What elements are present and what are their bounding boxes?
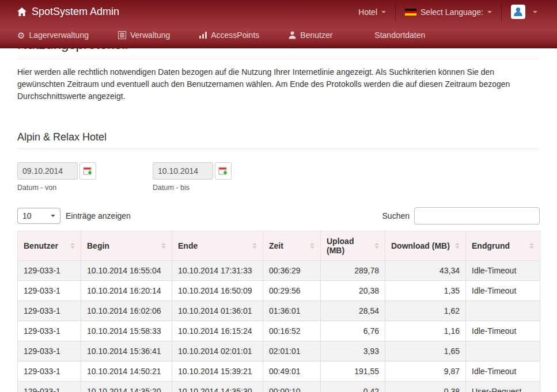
table-cell: 10.10.2014 16:55:04: [81, 261, 172, 281]
chevron-down-icon: [487, 11, 492, 13]
divider: [17, 59, 540, 59]
date-from-label: Datum - von: [17, 184, 96, 192]
german-flag-icon: [405, 9, 416, 16]
table-cell: 289,78: [321, 261, 385, 281]
table-cell: 9,87: [385, 361, 466, 382]
table-cell: 10.10.2014 14:35:30: [172, 382, 263, 392]
page-length-value: 10: [22, 211, 32, 220]
page-length-select[interactable]: 10: [17, 208, 60, 224]
date-from-calendar-button[interactable]: [79, 162, 96, 180]
nav-item-verwaltung[interactable]: Verwaltung: [118, 31, 179, 40]
table-cell: 00:16:52: [263, 321, 321, 341]
column-header-zeit[interactable]: Zeit: [263, 231, 321, 261]
table-cell: 191,55: [321, 361, 385, 382]
user-menu[interactable]: [502, 0, 547, 24]
date-to-calendar-button[interactable]: [215, 162, 232, 180]
nav-item-accesspoints[interactable]: AccessPoints: [199, 31, 268, 40]
table-cell: 0,38: [385, 382, 466, 392]
table-cell: 0,42: [321, 382, 385, 392]
calendar-icon: [83, 166, 93, 176]
table-cell: 10.10.2014 16:15:24: [172, 321, 263, 341]
nav-item-standortdaten[interactable]: Standortdaten: [362, 31, 434, 40]
chevron-down-icon: [93, 34, 97, 36]
nav-item-label: Lagerverwaltung: [29, 31, 89, 40]
table-cell: 6,76: [321, 321, 385, 341]
main-nav: ⚙ Lagerverwaltung Verwaltung AccessPoint…: [0, 24, 557, 47]
chevron-down-icon: [429, 34, 434, 36]
table-header-row: Benutzer Begin Ende Zeit Upload (MB) Dow…: [18, 231, 540, 261]
date-from-input[interactable]: [17, 162, 78, 180]
table-cell: 1,35: [385, 281, 466, 301]
table-cell: User-Request: [466, 382, 540, 392]
hotel-menu[interactable]: Hotel: [349, 0, 395, 24]
language-menu-label: Select Language:: [420, 7, 483, 17]
chevron-down-icon: [174, 34, 179, 36]
date-to-group: Datum - bis: [153, 162, 232, 192]
table-cell: [466, 341, 540, 361]
column-header-upload[interactable]: Upload (MB): [321, 231, 385, 261]
user-icon: [289, 31, 296, 39]
table-cell: 129-033-1: [18, 281, 81, 301]
table-cell: 3,93: [321, 341, 385, 361]
list-icon: [118, 31, 126, 39]
column-header-endgrund[interactable]: Endgrund: [466, 231, 540, 261]
usage-log-table: Benutzer Begin Ende Zeit Upload (MB) Dow…: [17, 231, 540, 392]
date-to-label: Datum - bis: [153, 184, 232, 192]
column-header-ende[interactable]: Ende: [172, 231, 263, 261]
search-input[interactable]: [414, 207, 540, 224]
column-header-benutzer[interactable]: Benutzer: [18, 231, 81, 261]
table-cell: Idle-Timeout: [466, 361, 540, 382]
table-cell: [466, 301, 540, 321]
table-cell: 129-033-1: [18, 341, 81, 361]
nav-item-label: Verwaltung: [130, 31, 170, 40]
sort-icon: [526, 243, 534, 249]
table-cell: 10.10.2014 02:01:01: [172, 341, 263, 361]
column-header-download[interactable]: Download (MB): [385, 231, 466, 261]
search-label: Suchen: [382, 211, 410, 220]
table-cell: 00:49:01: [263, 361, 321, 382]
home-icon: [17, 7, 26, 16]
gear-icon: ⚙: [17, 31, 25, 40]
table-row: 129-033-110.10.2014 15:58:3310.10.2014 1…: [18, 321, 540, 341]
table-cell: 1,16: [385, 321, 466, 341]
content: Nutzungsprotokoll Hier werden alle recht…: [0, 37, 557, 392]
table-cell: 1,65: [385, 341, 466, 361]
table-cell: 20,38: [321, 281, 385, 301]
intro-text: Hier werden alle rechtlich notwendigen D…: [17, 66, 540, 102]
column-header-begin[interactable]: Begin: [81, 231, 172, 261]
chevron-down-icon: [381, 11, 386, 13]
sort-icon: [158, 243, 166, 249]
nav-item-benutzer[interactable]: Benutzer: [289, 31, 341, 40]
nav-item-label: AccessPoints: [211, 31, 259, 40]
table-cell: 10.10.2014 14:50:21: [81, 361, 172, 382]
sort-icon: [67, 243, 75, 249]
date-to-input[interactable]: [153, 162, 213, 180]
nav-item-label: Benutzer: [300, 31, 332, 40]
divider: [17, 149, 540, 149]
table-cell: 10.10.2014 15:58:33: [81, 321, 172, 341]
brand[interactable]: SpotSystem Admin: [17, 6, 119, 18]
topbar: SpotSystem Admin Hotel Select Language:: [0, 0, 557, 24]
table-cell: 10.10.2014 17:31:33: [172, 261, 263, 281]
table-controls: 10 Einträge anzeigen Suchen: [17, 207, 540, 224]
sort-icon: [371, 243, 379, 249]
table-cell: 10.10.2014 01:36:01: [172, 301, 263, 321]
table-cell: 00:36:29: [263, 261, 321, 281]
date-filter-row: Datum - von Datum - bis: [17, 162, 540, 192]
table-cell: 10.10.2014 16:02:06: [81, 301, 172, 321]
chevron-down-icon: [51, 215, 55, 217]
chevron-down-icon: [533, 11, 537, 13]
table-cell: 129-033-1: [18, 301, 81, 321]
table-body: 129-033-110.10.2014 16:55:0410.10.2014 1…: [18, 261, 540, 392]
table-cell: 129-033-1: [18, 361, 81, 382]
sort-icon: [306, 243, 315, 249]
calendar-icon: [218, 166, 228, 176]
table-cell: 02:01:01: [263, 341, 321, 361]
table-row: 129-033-110.10.2014 16:20:1410.10.2014 1…: [18, 281, 540, 301]
language-menu[interactable]: Select Language:: [396, 0, 501, 24]
table-cell: 1,62: [385, 301, 466, 321]
table-cell: 10.10.2014 16:20:14: [81, 281, 172, 301]
nav-item-lagerverwaltung[interactable]: ⚙ Lagerverwaltung: [17, 31, 97, 40]
grid-icon: [362, 31, 370, 40]
table-cell: 129-033-1: [18, 261, 81, 281]
